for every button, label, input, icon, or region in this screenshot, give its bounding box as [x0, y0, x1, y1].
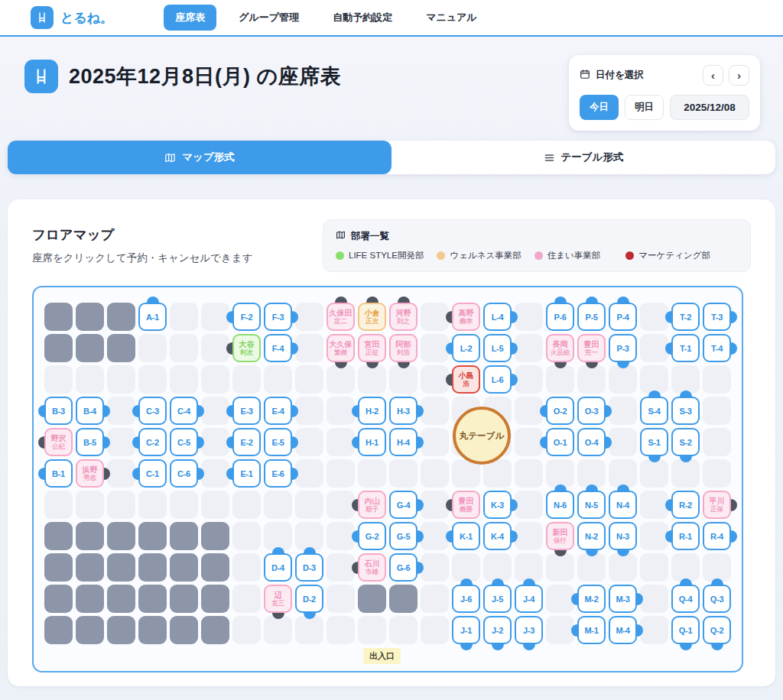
seat-L-4[interactable]: L-4: [483, 303, 512, 331]
seat-occupied-sumai[interactable]: 辺克三: [264, 585, 292, 613]
seat-C-1[interactable]: C-1: [138, 459, 167, 488]
seat-occupied-sumai[interactable]: 大久保繁樹: [327, 334, 355, 362]
seat-occupied-sumai[interactable]: 野沢公紀: [44, 428, 73, 456]
seat-Q-4[interactable]: Q-4: [671, 585, 700, 613]
seat-occupied-sumai[interactable]: 浜野秀志: [76, 459, 104, 488]
seat-G-2[interactable]: G-2: [358, 522, 386, 550]
tab-table-view[interactable]: テーブル形式: [392, 141, 775, 174]
seat-S-3[interactable]: S-3: [671, 397, 700, 425]
seat-E-2[interactable]: E-2: [232, 428, 261, 456]
seat-J-4[interactable]: J-4: [515, 585, 543, 613]
seat-M-3[interactable]: M-3: [609, 585, 637, 613]
seat-N-4[interactable]: N-4: [609, 491, 637, 519]
seat-E-5[interactable]: E-5: [264, 428, 292, 456]
seat-S-4[interactable]: S-4: [640, 397, 668, 425]
seat-H-4[interactable]: H-4: [389, 428, 417, 456]
nav-item-seatmap[interactable]: 座席表: [164, 5, 216, 31]
seat-S-2[interactable]: S-2: [671, 428, 700, 456]
seat-R-2[interactable]: R-2: [671, 491, 700, 519]
seat-C-3[interactable]: C-3: [138, 397, 167, 425]
seat-J-6[interactable]: J-6: [452, 585, 480, 613]
seat-L-5[interactable]: L-5: [483, 334, 512, 362]
seat-occupied-marketing[interactable]: 小島浩: [452, 365, 480, 394]
seat-B-5[interactable]: B-5: [76, 428, 104, 456]
nav-item-group-management[interactable]: グループ管理: [227, 5, 310, 31]
seat-occupied-sumai[interactable]: 内山順子: [358, 491, 386, 519]
seat-occupied-sumai[interactable]: 阿部利浩: [389, 334, 417, 362]
tomorrow-button[interactable]: 明日: [625, 95, 664, 120]
seat-occupied-sumai[interactable]: 平川正保: [703, 491, 731, 519]
seat-D-3[interactable]: D-3: [295, 553, 323, 582]
seat-P-5[interactable]: P-5: [577, 303, 606, 331]
seat-J-2[interactable]: J-2: [483, 616, 512, 644]
nav-item-manual[interactable]: マニュアル: [414, 5, 489, 31]
seat-N-5[interactable]: N-5: [577, 491, 606, 519]
tab-map-view[interactable]: マップ形式: [8, 141, 392, 174]
seat-occupied-sumai[interactable]: 石川市雄: [358, 553, 386, 582]
seat-S-1[interactable]: S-1: [640, 428, 668, 456]
seat-T-3[interactable]: T-3: [703, 303, 731, 331]
round-table[interactable]: 丸テーブル: [453, 407, 511, 465]
seat-occupied-sumai[interactable]: 豊田義勝: [452, 491, 480, 519]
seat-M-2[interactable]: M-2: [577, 585, 606, 613]
seat-occupied-sumai[interactable]: 豊田完一: [577, 334, 606, 362]
seat-occupied-sumai[interactable]: 新田保行: [546, 522, 574, 550]
date-field[interactable]: 2025/12/08: [670, 95, 749, 120]
seat-E-4[interactable]: E-4: [264, 397, 292, 425]
seat-occupied-sumai[interactable]: 宮田正征: [358, 334, 386, 362]
seat-P-4[interactable]: P-4: [609, 303, 637, 331]
seat-occupied-sumai[interactable]: 久保田定二: [327, 303, 355, 331]
seat-C-2[interactable]: C-2: [138, 428, 167, 456]
seat-J-1[interactable]: J-1: [452, 616, 480, 644]
seat-K-4[interactable]: K-4: [483, 522, 512, 550]
seat-occupied-wellness[interactable]: 小倉正次: [358, 303, 386, 331]
seat-T-4[interactable]: T-4: [703, 334, 731, 362]
seat-Q-2[interactable]: Q-2: [703, 616, 731, 644]
seat-P-3[interactable]: P-3: [609, 334, 637, 362]
seat-occupied-sumai[interactable]: 高野義幸: [452, 303, 480, 331]
seat-E-1[interactable]: E-1: [232, 459, 261, 488]
seat-A-1[interactable]: A-1: [138, 303, 167, 331]
seat-Q-3[interactable]: Q-3: [703, 585, 731, 613]
seat-R-4[interactable]: R-4: [703, 522, 731, 550]
seat-H-1[interactable]: H-1: [358, 428, 386, 456]
seat-B-4[interactable]: B-4: [76, 397, 104, 425]
prev-day-button[interactable]: ‹: [703, 65, 723, 86]
seat-C-5[interactable]: C-5: [170, 428, 198, 456]
seat-O-1[interactable]: O-1: [546, 428, 574, 456]
seat-L-2[interactable]: L-2: [452, 334, 480, 362]
seat-J-3[interactable]: J-3: [515, 616, 543, 644]
next-day-button[interactable]: ›: [729, 65, 749, 86]
seat-O-4[interactable]: O-4: [577, 428, 606, 456]
seat-D-2[interactable]: D-2: [295, 585, 323, 613]
seat-J-5[interactable]: J-5: [483, 585, 512, 613]
seat-P-6[interactable]: P-6: [546, 303, 574, 331]
seat-H-2[interactable]: H-2: [358, 397, 386, 425]
seat-N-6[interactable]: N-6: [546, 491, 574, 519]
app-logo[interactable]: とるね。: [31, 6, 113, 29]
seat-occupied-sumai[interactable]: 河野則之: [389, 303, 417, 331]
seat-E-6[interactable]: E-6: [264, 459, 292, 488]
seat-C-4[interactable]: C-4: [170, 397, 198, 425]
seat-G-6[interactable]: G-6: [389, 553, 417, 582]
seat-C-6[interactable]: C-6: [170, 459, 198, 488]
seat-D-4[interactable]: D-4: [264, 553, 292, 582]
seat-G-5[interactable]: G-5: [389, 522, 417, 550]
seat-M-1[interactable]: M-1: [577, 616, 606, 644]
seat-F-3[interactable]: F-3: [264, 303, 292, 331]
seat-K-1[interactable]: K-1: [452, 522, 480, 550]
nav-item-auto-reservation[interactable]: 自動予約設定: [321, 5, 404, 31]
seat-L-6[interactable]: L-6: [483, 365, 512, 394]
seat-T-1[interactable]: T-1: [671, 334, 700, 362]
today-button[interactable]: 今日: [580, 95, 619, 120]
seat-E-3[interactable]: E-3: [232, 397, 261, 425]
seat-occupied-lifestyle[interactable]: 大谷利次: [232, 334, 261, 362]
seat-occupied-sumai[interactable]: 長岡火呂絵: [546, 334, 574, 362]
seat-H-3[interactable]: H-3: [389, 397, 417, 425]
seat-M-4[interactable]: M-4: [609, 616, 637, 644]
seat-O-3[interactable]: O-3: [577, 397, 606, 425]
seat-N-2[interactable]: N-2: [577, 522, 606, 550]
seat-K-3[interactable]: K-3: [483, 491, 512, 519]
seat-Q-1[interactable]: Q-1: [671, 616, 700, 644]
seat-F-4[interactable]: F-4: [264, 334, 292, 362]
